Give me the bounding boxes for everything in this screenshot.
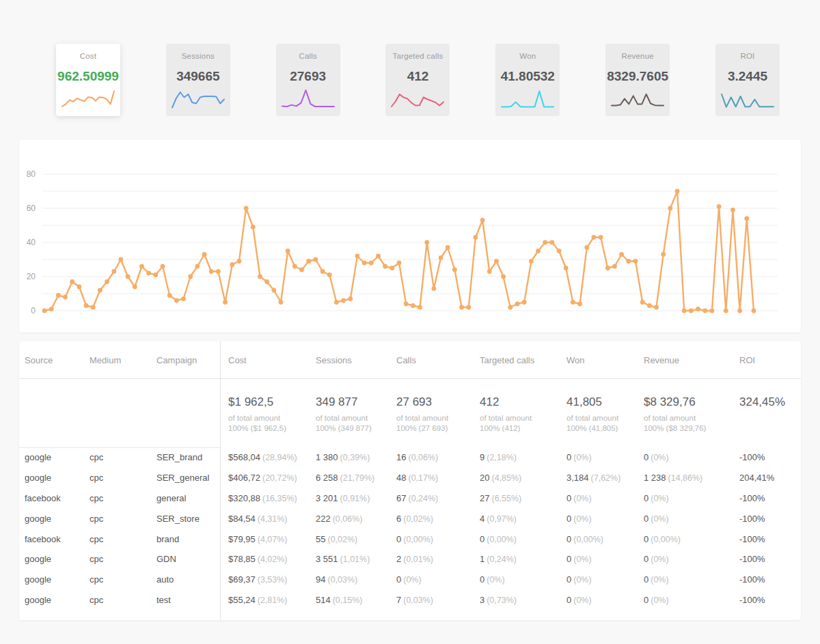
cell-percent: (6,55%)	[491, 494, 521, 503]
cell-roi: -100%	[739, 534, 801, 544]
cell-percent: (0%)	[651, 555, 668, 564]
cell-roi: -100%	[739, 574, 801, 585]
table-row[interactable]: facebookcpcgeneral$320,88(16,35%)3 201(0…	[19, 488, 801, 509]
cell-percent: (0%)	[573, 575, 591, 585]
cell-value: 3,184	[566, 473, 589, 483]
table-row[interactable]: googlecpcGDN$78,85(4,02%)3 551(1,01%)2(0…	[19, 549, 801, 570]
cell-value: 0	[480, 574, 484, 585]
cell-value: $55,24	[228, 595, 256, 605]
cell-roi: -100%	[739, 514, 801, 524]
kpi-card-label: Revenue	[621, 52, 653, 60]
table-row[interactable]: googlecpcauto$69,37(3,53%)94(0,03%)0(0%)…	[19, 570, 801, 590]
kpi-card-sessions[interactable]: Sessions349665	[166, 44, 230, 116]
cell-value: 0	[396, 574, 401, 585]
cell-roi: -100%	[739, 493, 801, 503]
summary-empty-cell	[90, 395, 156, 447]
summary-subtext: of total amount100% ($1 962,5)	[228, 413, 316, 434]
column-header-cost[interactable]: Cost	[221, 355, 316, 365]
cell-cost: $55,24(2,81%)	[221, 595, 316, 605]
kpi-cards-row: Cost962.50999Sessions349665Calls27693Tar…	[56, 44, 780, 117]
kpi-sparkline-cost	[61, 86, 115, 111]
cell-value: 20	[480, 473, 489, 483]
summary-value: $8 329,76	[644, 395, 739, 409]
cell-medium: cpc	[90, 514, 156, 524]
cell-percent: (0,00%)	[487, 535, 517, 544]
kpi-card-roi[interactable]: ROI3.2445	[715, 44, 780, 116]
cell-cost: $79,95(4,07%)	[221, 534, 316, 544]
cell-value: 0	[644, 514, 648, 524]
column-header-targeted-calls[interactable]: Targeted calls	[480, 355, 566, 365]
column-header-revenue[interactable]: Revenue	[644, 355, 739, 365]
cell-value: 6	[396, 514, 401, 524]
cell-percent: (14,86%)	[668, 473, 703, 483]
summary-cell-sessions: 349 877of total amount100% (349 877)	[316, 395, 396, 447]
cell-percent: (0,00%)	[573, 535, 603, 544]
cell-value: 6 258	[316, 473, 338, 483]
table-row[interactable]: googlecpcSER_store$84,54(4,31%)222(0,06%…	[19, 508, 801, 529]
cell-value: 4	[480, 514, 484, 524]
cell-campaign: GDN	[156, 554, 221, 564]
cell-value: 0	[566, 452, 571, 462]
cell-value: 16	[396, 452, 406, 462]
kpi-card-value: 41.80532	[501, 69, 555, 84]
cell-value: 7	[396, 595, 401, 605]
table-vertical-divider	[220, 341, 221, 620]
kpi-card-calls[interactable]: Calls27693	[276, 44, 340, 116]
kpi-card-targeted-calls[interactable]: Targeted calls412	[385, 44, 450, 116]
cell-value: 1	[480, 554, 484, 564]
column-header-roi[interactable]: ROI	[739, 355, 801, 365]
cell-roi: -100%	[739, 595, 801, 605]
cell-cost: $320,88(16,35%)	[221, 493, 316, 503]
summary-subtext: of total amount100% (349 877)	[316, 413, 396, 434]
kpi-card-label: Sessions	[182, 52, 215, 60]
cell-percent: (21,79%)	[340, 473, 375, 483]
cell-sessions: 94(0,03%)	[316, 574, 396, 585]
summary-empty-cell	[25, 395, 90, 447]
column-header-campaign[interactable]: Campaign	[156, 355, 221, 365]
cell-targeted: 27(6,55%)	[480, 493, 566, 503]
cell-percent: (20,72%)	[262, 473, 297, 483]
table-summary-row: $1 962,5of total amount100% ($1 962,5)34…	[19, 379, 801, 447]
kpi-sparkline-roi	[720, 86, 775, 111]
column-header-source[interactable]: Source	[25, 355, 90, 365]
cell-cost: $69,37(3,53%)	[221, 574, 316, 585]
cell-percent: (0%)	[573, 596, 591, 605]
cell-percent: (16,35%)	[262, 494, 297, 503]
cell-value: 1 238	[644, 473, 666, 483]
table-row[interactable]: facebookcpcbrand$79,95(4,07%)55(0,02%)0(…	[19, 529, 801, 549]
column-header-sessions[interactable]: Sessions	[316, 355, 396, 365]
kpi-sparkline-won	[500, 86, 555, 111]
column-header-won[interactable]: Won	[566, 355, 644, 365]
cell-percent: (0,73%)	[487, 596, 517, 605]
cell-percent: (0,24%)	[408, 494, 438, 503]
kpi-sparkline-sessions	[171, 86, 226, 111]
kpi-card-revenue[interactable]: Revenue8329.7605	[605, 44, 670, 116]
kpi-card-cost[interactable]: Cost962.50999	[56, 44, 120, 116]
cell-value: 514	[316, 595, 331, 605]
cell-percent: (0%)	[403, 575, 421, 585]
table-row[interactable]: googlecpcSER_general$406,72(20,72%)6 258…	[19, 468, 801, 488]
cell-percent: (0,02%)	[403, 514, 433, 524]
column-header-calls[interactable]: Calls	[396, 355, 480, 365]
summary-value: 324,45%	[739, 395, 801, 409]
cell-cost: $78,85(4,02%)	[221, 554, 316, 564]
cell-sessions: 3 551(1,01%)	[316, 554, 396, 564]
cell-value: 0	[644, 493, 648, 503]
cell-sessions: 3 201(0,91%)	[316, 493, 396, 503]
cell-percent: (0,97%)	[487, 514, 517, 524]
cell-percent: (0%)	[573, 453, 591, 462]
cell-value: 9	[480, 452, 484, 462]
analytics-dashboard: Cost962.50999Sessions349665Calls27693Tar…	[0, 0, 820, 644]
column-header-medium[interactable]: Medium	[90, 355, 156, 365]
cell-sessions: 55(0,02%)	[316, 534, 396, 544]
kpi-sparkline-calls	[281, 86, 336, 111]
table-row[interactable]: googlecpcSER_brand$568,04(28,94%)1 380(0…	[19, 447, 801, 468]
cell-value: $568,04	[228, 452, 260, 462]
kpi-card-won[interactable]: Won41.80532	[495, 44, 560, 116]
cell-value: 94	[316, 574, 325, 585]
kpi-card-label: Calls	[299, 52, 317, 60]
summary-cell-roi: 324,45%	[739, 395, 801, 447]
summary-subtext: of total amount100% (412)	[480, 413, 566, 434]
table-row[interactable]: googlecpctest$55,24(2,81%)514(0,15%)7(0,…	[19, 590, 801, 611]
cell-cost: $406,72(20,72%)	[221, 473, 316, 483]
